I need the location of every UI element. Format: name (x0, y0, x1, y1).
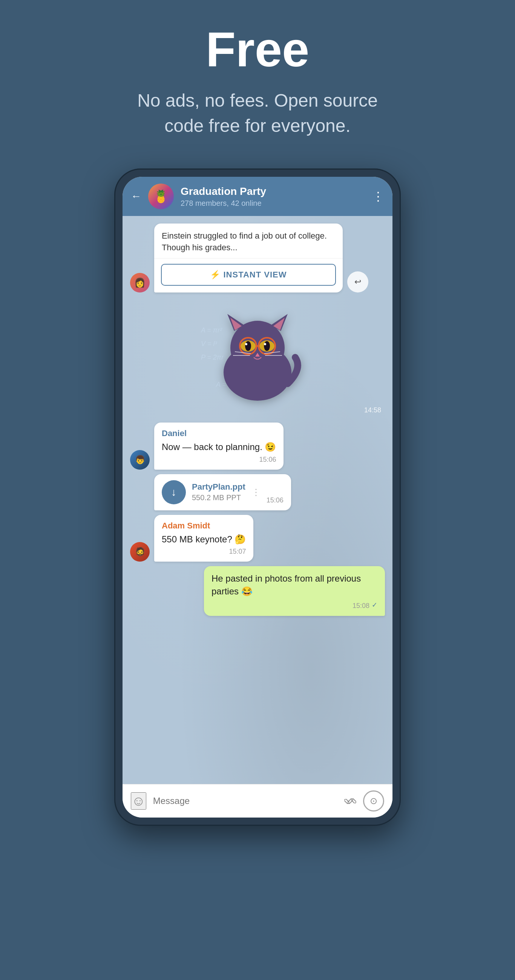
hero-title: Free (206, 22, 309, 76)
file-name: PartyPlan.ppt (192, 482, 246, 492)
message-row: 👩 Einstein struggled to find a job out o… (130, 224, 385, 293)
camera-button[interactable]: ⊙ (363, 791, 384, 811)
file-bubble: ↓ PartyPlan.ppt 550.2 MB PPT ⋮ 15:06 (154, 474, 291, 511)
svg-point-11 (264, 343, 266, 345)
svg-point-10 (264, 341, 270, 351)
file-info: PartyPlan.ppt 550.2 MB PPT (192, 482, 246, 502)
chat-header: ← 🍍 Graduation Party 278 members, 42 onl… (123, 177, 392, 216)
more-button[interactable]: ⋮ (372, 189, 384, 204)
hero-subtitle: No ads, no fees. Open source code free f… (129, 88, 386, 138)
message-bubble: Daniel Now — back to planning. 😉 15:06 (154, 423, 284, 469)
message-input[interactable] (153, 796, 337, 806)
message-bubble: Adam Smidt 550 MB keynote? 🤔 15:07 (154, 515, 254, 562)
read-checkmark: ✓ (372, 601, 377, 609)
avatar: 👦 (130, 450, 150, 469)
back-button[interactable]: ← (131, 190, 141, 202)
svg-point-1 (230, 321, 285, 375)
instant-view-card: Einstein struggled to find a job out of … (154, 224, 343, 293)
sticker-message: A = πr² V = l³ P = 2πr s = √(r² + h²) A … (193, 301, 322, 414)
chat-info: Graduation Party 278 members, 42 online (180, 185, 365, 208)
message-text: Now — back to planning. 😉 (162, 441, 276, 453)
message-time: 15:06 (266, 496, 284, 504)
avatar: 🧔 (130, 542, 150, 562)
chat-body: 👩 Einstein struggled to find a job out o… (123, 216, 392, 784)
message-time: 15:08 (352, 602, 370, 610)
instant-view-button[interactable]: ⚡ INSTANT VIEW (161, 264, 336, 286)
message-text: 550 MB keynote? 🤔 (162, 533, 246, 546)
avatar: 👩 (130, 273, 150, 293)
message-row: He pasted in photos from all previous pa… (130, 566, 385, 616)
input-bar: ☺ 🖇 ⊙ (123, 784, 392, 818)
instant-view-label: INSTANT VIEW (223, 270, 287, 280)
own-message-bubble: He pasted in photos from all previous pa… (204, 566, 385, 616)
message-row: 👦 Daniel Now — back to planning. 😉 15:06 (130, 423, 385, 469)
sticker-area: A = πr² V = l³ P = 2πr s = √(r² + h²) A … (130, 297, 385, 418)
svg-point-7 (245, 341, 251, 351)
phone-screen: ← 🍍 Graduation Party 278 members, 42 onl… (123, 177, 392, 818)
download-button[interactable]: ↓ (162, 480, 186, 504)
download-icon: ↓ (171, 486, 177, 498)
share-icon: ↩ (354, 277, 361, 287)
message-text: He pasted in photos from all previous pa… (212, 572, 377, 597)
phone-mockup: ← 🍍 Graduation Party 278 members, 42 onl… (114, 169, 401, 826)
lightning-icon: ⚡ (210, 270, 220, 280)
svg-point-8 (245, 343, 247, 345)
message-time: 15:06 (162, 456, 276, 464)
message-row: 🧔 Adam Smidt 550 MB keynote? 🤔 15:07 (130, 515, 385, 562)
camera-icon: ⊙ (370, 796, 377, 806)
sender-name: Daniel (162, 429, 276, 438)
emoji-button[interactable]: ☺ (131, 792, 146, 810)
chat-name: Graduation Party (180, 185, 365, 197)
cat-sticker (205, 305, 310, 410)
group-avatar: 🍍 (148, 184, 174, 209)
file-menu-button[interactable]: ⋮ (252, 487, 260, 498)
sender-name: Adam Smidt (162, 521, 246, 531)
chat-meta: 278 members, 42 online (180, 199, 365, 208)
instant-view-text: Einstein struggled to find a job out of … (154, 224, 343, 259)
file-size: 550.2 MB PPT (192, 493, 246, 502)
sticker-time: 14:58 (364, 406, 385, 414)
attach-button[interactable]: 🖇 (341, 792, 360, 810)
message-row: ↓ PartyPlan.ppt 550.2 MB PPT ⋮ 15:06 (130, 474, 385, 511)
share-button[interactable]: ↩ (347, 271, 368, 293)
message-time: 15:07 (162, 548, 246, 555)
message-meta: 15:08 ✓ (212, 600, 377, 610)
